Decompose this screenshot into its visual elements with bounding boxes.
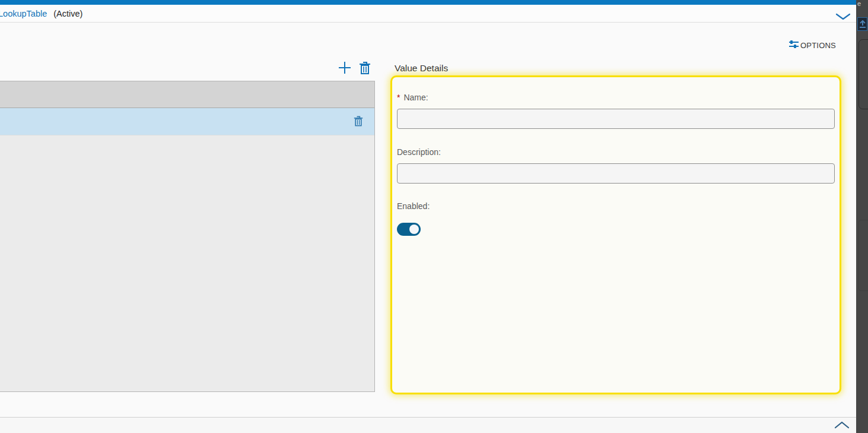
background-window-strip: e [856,0,868,433]
trash-icon [359,68,371,77]
values-table-header-row [0,81,374,108]
top-accent-bar [0,0,856,5]
values-table [0,81,375,392]
background-panel-outline [859,220,868,291]
values-table-selected-row[interactable] [0,108,374,135]
name-label: *Name: [397,93,835,102]
chevron-up-icon[interactable] [834,420,850,429]
trash-icon [354,120,363,129]
record-title: LookupTable (Active) [0,9,82,18]
sliders-icon [788,39,799,51]
delete-value-button[interactable] [358,61,371,75]
background-panel-outline [859,39,868,109]
options-button[interactable]: OPTIONS [788,38,836,52]
value-details-panel: *Name: Description: Enabled: [390,75,841,394]
row-delete-button[interactable] [353,115,364,128]
name-input[interactable] [397,109,835,129]
record-title-link[interactable]: LookupTable [0,9,47,18]
required-marker: * [397,93,400,102]
values-table-body [0,135,374,391]
footer-bar [0,418,856,433]
chevron-down-icon[interactable] [835,12,851,21]
toggle-knob [409,225,419,234]
background-text-fragment: e [857,0,861,7]
options-label: OPTIONS [800,41,836,50]
upload-arrow-icon [857,17,867,31]
description-input[interactable] [397,163,835,184]
plus-icon [338,68,351,77]
description-label: Description: [397,147,835,157]
record-status: (Active) [53,9,82,18]
record-header: LookupTable (Active) [0,5,856,23]
add-value-button[interactable] [338,61,351,75]
enabled-label: Enabled: [397,201,835,211]
value-details-heading: Value Details [395,63,448,74]
enabled-toggle[interactable] [397,223,421,236]
